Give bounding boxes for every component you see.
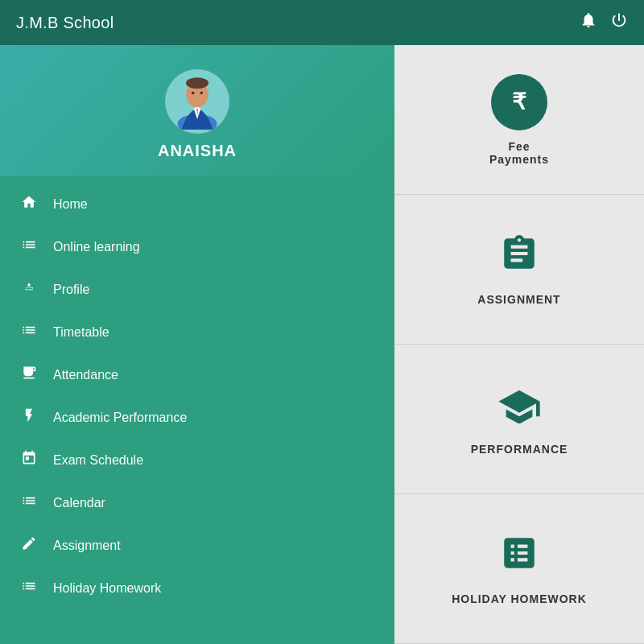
nav-label-holiday-homework: Holiday Homework (53, 581, 161, 596)
avatar (165, 69, 229, 134)
nav-list: Home Online learning (0, 176, 394, 616)
nav-label-profile: Profile (53, 283, 89, 297)
user-profile: ANAISHA (0, 45, 394, 176)
main-layout: ANAISHA Home (0, 45, 644, 644)
assignment-card[interactable]: ASSIGNMENT (394, 195, 644, 345)
nav-label-timetable: Timetable (53, 325, 109, 340)
rupee-icon: ₹ (512, 89, 526, 115)
sidebar: ANAISHA Home (0, 45, 394, 644)
app-title: J.M.B School (16, 14, 114, 32)
user-name: ANAISHA (158, 142, 237, 160)
performance-card[interactable]: PERFORMANCE (394, 345, 644, 494)
holiday-homework-card[interactable]: HOLIDAY HOMEWORK (394, 494, 644, 644)
nav-label-academic-performance: Academic Performance (53, 411, 187, 425)
nav-label-home: Home (53, 197, 88, 212)
assignment-label: ASSIGNMENT (477, 293, 560, 306)
assignment-icon (19, 535, 39, 555)
holiday-homework-label: HOLIDAY HOMEWORK (452, 592, 587, 605)
nav-item-assignment[interactable]: Assignment (0, 524, 394, 567)
graduation-icon (497, 383, 542, 433)
svg-point-4 (200, 92, 204, 95)
power-icon[interactable] (610, 11, 628, 34)
svg-point-3 (192, 92, 195, 95)
nav-label-exam-schedule: Exam Schedule (53, 453, 143, 468)
person-icon (19, 279, 39, 299)
app-container: J.M.B School (0, 0, 644, 644)
nav-item-attendance[interactable]: Attendance (0, 353, 394, 396)
nav-item-online-learning[interactable]: Online learning (0, 225, 394, 268)
attendance-icon (19, 365, 39, 385)
nav-item-calendar[interactable]: Calendar (0, 481, 394, 524)
nav-label-attendance: Attendance (53, 368, 118, 382)
svg-point-2 (186, 77, 208, 89)
fee-payments-label: FeePayments (489, 140, 549, 166)
timetable-icon (19, 322, 39, 342)
clipboard-icon (499, 233, 539, 283)
lightning-icon (19, 407, 39, 427)
nav-label-calendar: Calendar (53, 496, 105, 510)
nav-label-online-learning: Online learning (53, 240, 140, 254)
nav-item-academic-performance[interactable]: Academic Performance (0, 396, 394, 439)
calendar-icon (19, 493, 39, 513)
homework-icon (19, 578, 39, 598)
list-detail-icon (499, 533, 539, 583)
performance-label: PERFORMANCE (471, 443, 568, 456)
right-panel: ₹ FeePayments ASSIGNMENT (394, 45, 644, 644)
bell-icon[interactable] (580, 11, 597, 34)
fee-payments-icon-circle: ₹ (491, 74, 547, 130)
fee-payments-card[interactable]: ₹ FeePayments (394, 45, 644, 195)
exam-icon (19, 450, 39, 470)
nav-item-timetable[interactable]: Timetable (0, 311, 394, 353)
nav-item-profile[interactable]: Profile (0, 268, 394, 311)
nav-item-holiday-homework[interactable]: Holiday Homework (0, 567, 394, 609)
top-bar-icons (580, 11, 628, 34)
nav-label-assignment: Assignment (53, 539, 121, 553)
nav-item-exam-schedule[interactable]: Exam Schedule (0, 439, 394, 481)
list-icon-online (19, 237, 39, 257)
top-bar: J.M.B School (0, 0, 644, 45)
nav-item-home[interactable]: Home (0, 183, 394, 225)
home-icon (19, 194, 39, 214)
